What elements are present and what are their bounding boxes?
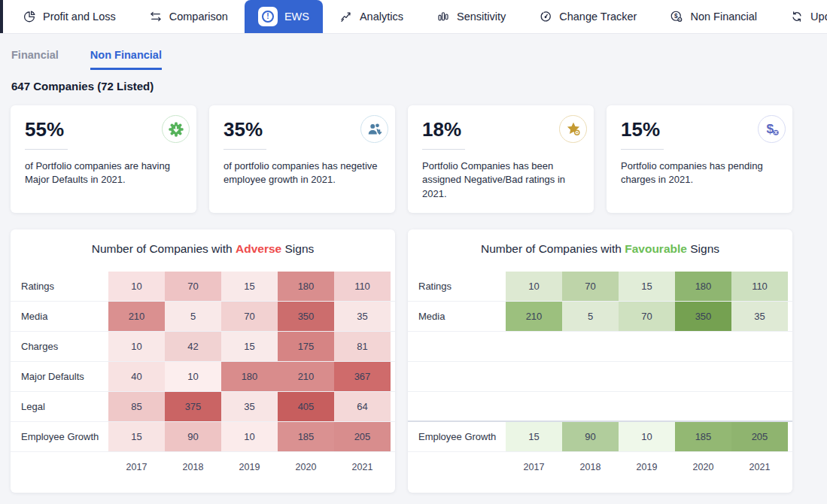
heatmap-cell: 35 (334, 302, 391, 331)
row-label: Employee Growth (11, 422, 108, 451)
row-label: Legal (11, 392, 108, 421)
row-label: Ratings (408, 272, 506, 301)
subtab-financial[interactable]: Financial (11, 49, 59, 70)
heatmap-cell: 185 (278, 422, 334, 451)
nav-tab-change-tracker[interactable]: Change Tracker (522, 0, 653, 33)
table-row (408, 332, 792, 362)
nav-tab-label: Comparison (169, 11, 228, 23)
nav-tab-updates[interactable]: Updates (774, 0, 827, 33)
favourable-signs-table: Number of Companies with Favourable Sign… (408, 229, 792, 493)
table-row: Charges10421517581 (11, 332, 395, 362)
heatmap-cell: 90 (165, 422, 221, 451)
table-row: Major Defaults4010180210367 (11, 362, 395, 392)
heatmap-cell: 35 (731, 302, 788, 331)
heatmap-cell: 110 (334, 272, 391, 301)
table-row: Media21057035035 (11, 302, 395, 332)
heatmap-cell: 180 (675, 272, 731, 301)
row-label: Media (11, 302, 108, 331)
pie-chart-icon (23, 10, 36, 23)
nav-tab-label: Analytics (360, 11, 403, 23)
nav-tab-analytics[interactable]: Analytics (323, 0, 420, 33)
svg-text:$: $ (674, 13, 678, 20)
heatmap-cell: 350 (675, 302, 731, 331)
year-label: 2017 (108, 462, 165, 472)
table-row: Employee Growth159010185205 (11, 422, 395, 452)
table-row: Ratings107015180110 (11, 272, 395, 302)
row-label: Major Defaults (11, 362, 108, 391)
nav-tab-sensitivity[interactable]: Sensitivity (420, 0, 522, 33)
trend-arrow-icon (339, 10, 353, 23)
heatmap-cell: 5 (562, 302, 619, 331)
heatmap-cell: 15 (221, 272, 278, 301)
heatmap-rows: Ratings107015180110Media21057035035Charg… (11, 272, 395, 452)
year-label: 2020 (675, 462, 731, 472)
stat-cards-row: 55% of Portfolio companies are having Ma… (11, 105, 792, 213)
heatmap-section: Number of Companies with Adverse Signs R… (11, 229, 792, 493)
row-label: Charges (11, 332, 108, 361)
heatmap-cell: 5 (165, 302, 221, 331)
heatmap-cell: 85 (108, 392, 165, 421)
heatmap-cell: 42 (165, 332, 221, 361)
heatmap-cell: 205 (334, 422, 391, 451)
people-down-icon (360, 115, 388, 143)
table-title: Number of Companies with Adverse Signs (11, 242, 395, 256)
heatmap-cell: 185 (675, 422, 731, 451)
subtab-non-financial[interactable]: Non Financial (90, 49, 162, 70)
heatmap-cell: 15 (506, 422, 562, 451)
nav-tab-ews[interactable]: ! EWS (245, 0, 323, 33)
dollar-coin-icon: $ (670, 10, 683, 23)
heatmap-cell: 10 (506, 272, 562, 301)
star-badge-icon (559, 115, 587, 143)
stat-value: 55% (25, 118, 183, 141)
table-row: Employee Growth159010185205 (408, 422, 792, 452)
divider (25, 149, 68, 150)
heatmap-cell: 10 (165, 362, 221, 391)
heatmap-cell: 35 (221, 392, 278, 421)
row-label (408, 362, 506, 391)
heatmap-cell: 110 (731, 272, 788, 301)
row-label (408, 332, 506, 361)
heatmap-cell: 10 (619, 422, 675, 451)
stat-card-employee-growth: 35% of portfolio companies has negetive … (209, 105, 395, 213)
gear-down-icon (162, 115, 190, 143)
svg-text:$: $ (766, 121, 774, 136)
stat-description: Portfolio Companies has been assigned Ne… (422, 159, 579, 201)
row-label (408, 392, 506, 421)
left-edge-accent-bar (0, 0, 3, 33)
divider (223, 149, 266, 150)
table-row: Media21057035035 (408, 302, 792, 332)
stat-card-ratings: 18% Portfolio Companies has been assigne… (408, 105, 594, 213)
heatmap-cell: 180 (278, 272, 334, 301)
heatmap-cell: 10 (221, 422, 278, 451)
heatmap-cell: 175 (278, 332, 334, 361)
heatmap-cell: 64 (334, 392, 391, 421)
heatmap-cell: 205 (731, 422, 788, 451)
year-label: 2020 (278, 462, 334, 472)
heatmap-cell: 10 (108, 272, 165, 301)
row-label: Employee Growth (408, 422, 506, 451)
nav-tab-label: Change Tracker (559, 11, 637, 23)
bar-chart-icon (436, 10, 450, 23)
divider (422, 149, 465, 150)
table-row: Legal853753540564 (11, 392, 395, 422)
nav-tab-label: Updates (810, 11, 827, 23)
divider (621, 149, 664, 150)
nav-tab-profit-and-loss[interactable]: Profit and Loss (6, 0, 132, 33)
heatmap-cell: 70 (165, 272, 221, 301)
nav-tab-comparison[interactable]: Comparison (132, 0, 245, 33)
title-prefix: Number of Companies with (92, 242, 236, 255)
nav-tab-label: Profit and Loss (43, 11, 116, 23)
nav-tab-label: EWS (284, 11, 309, 23)
stat-value: 18% (422, 118, 580, 141)
stat-description: of portfolio companies has negetive empl… (223, 159, 380, 187)
heatmap-cell: 180 (221, 362, 278, 391)
title-highlight: Adverse (236, 242, 281, 255)
heatmap-cell: 350 (278, 302, 334, 331)
row-label: Media (408, 302, 506, 331)
nav-tab-non-financial[interactable]: $ Non Financial (653, 0, 774, 33)
table-row: Ratings107015180110 (408, 272, 792, 302)
heatmap-cell: 367 (334, 362, 391, 391)
stat-value: 15% (621, 118, 779, 141)
title-highlight: Favourable (625, 242, 687, 255)
heatmap-cell: 210 (506, 302, 562, 331)
